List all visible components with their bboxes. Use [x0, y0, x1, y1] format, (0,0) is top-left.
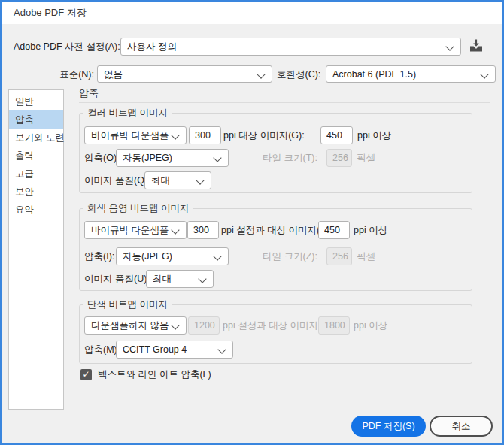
mono-compression-dropdown[interactable]: CCITT Group 4	[116, 341, 233, 359]
chevron-down-icon	[213, 252, 221, 260]
gray-tile-input	[326, 247, 352, 265]
gray-above-label: ppi 이상	[354, 221, 387, 239]
save-preset-button[interactable]	[467, 39, 485, 56]
mono-sampling-ppi-input	[188, 316, 220, 335]
chevron-down-icon	[257, 70, 265, 78]
gray-quality-value: 최대	[153, 271, 196, 287]
color-target-ppi-input[interactable]	[320, 126, 353, 144]
chevron-down-icon	[445, 42, 454, 50]
preset-value: 사용자 정의	[127, 38, 444, 55]
gray-quality-label: 이미지 품질(U):	[84, 270, 150, 288]
color-tile-unit: 픽셀	[357, 149, 375, 167]
panel-title: 압축	[79, 86, 99, 100]
chevron-down-icon	[171, 131, 179, 139]
gray-sampling-dropdown[interactable]: 바이큐빅 다운샘플링	[84, 221, 187, 239]
color-sampling-dropdown[interactable]: 바이큐빅 다운샘플링	[84, 126, 187, 144]
text-lineart-compression-row: ✓ 텍스트와 라인 아트 압축(L)	[80, 368, 211, 380]
sidebar-item-compression[interactable]: 압축	[9, 110, 63, 129]
color-above-label: ppi 이상	[357, 126, 391, 144]
color-quality-label: 이미지 품질(Q):	[84, 171, 150, 189]
dialog-title: Adobe PDF 저장	[14, 2, 87, 24]
settings-category-list: 일반 압축 보기와 도련 출력 고급 보안 요약	[8, 89, 64, 410]
gray-target-label: ppi 설정과 대상 이미지(E)	[221, 221, 329, 239]
chevron-down-icon	[213, 153, 221, 162]
chevron-down-icon	[217, 345, 226, 353]
sidebar-item-general[interactable]: 일반	[9, 92, 63, 110]
mono-target-label: ppi 설정과 대상 이미지(B)	[223, 316, 331, 335]
save-preset-download-icon	[469, 39, 484, 56]
chevron-down-icon	[480, 70, 488, 78]
color-compression-label: 압축(O):	[84, 149, 120, 167]
gray-bitmap-legend: 회색 음영 비트맵 이미지	[83, 202, 193, 215]
color-bitmap-group: 컬러 비트맵 이미지 바이큐빅 다운샘플링 ppi 대상 이미지(G): ppi…	[79, 113, 472, 193]
mono-sampling-value: 다운샘플하지 않음	[91, 317, 169, 334]
gray-bitmap-group: 회색 음영 비트맵 이미지 바이큐빅 다운샘플링 ppi 설정과 대상 이미지(…	[79, 208, 472, 291]
preset-dropdown[interactable]: 사용자 정의	[120, 38, 461, 56]
sidebar-item-output[interactable]: 출력	[9, 147, 63, 165]
gray-compression-value: 자동(JPEG)	[123, 248, 211, 265]
adobe-pdf-save-dialog: Adobe PDF 저장 Adobe PDF 사전 설정(A): 사용자 정의 …	[0, 0, 504, 445]
chevron-down-icon	[171, 226, 179, 234]
mono-compression-value: CCITT Group 4	[123, 341, 216, 358]
sidebar-item-advanced[interactable]: 고급	[9, 165, 63, 183]
gray-tile-label: 타일 크기(Z):	[263, 247, 317, 265]
color-compression-dropdown[interactable]: 자동(JPEG)	[116, 149, 229, 167]
save-pdf-button[interactable]: PDF 저장(S)	[351, 416, 426, 437]
gray-quality-dropdown[interactable]: 최대	[146, 270, 214, 288]
mono-target-ppi-input	[318, 316, 350, 335]
color-compression-value: 자동(JPEG)	[123, 150, 211, 166]
gray-tile-unit: 픽셀	[357, 247, 375, 265]
title-bar: Adobe PDF 저장	[2, 2, 502, 24]
mono-sampling-dropdown[interactable]: 다운샘플하지 않음	[84, 316, 187, 335]
color-quality-dropdown[interactable]: 최대	[144, 171, 211, 189]
text-lineart-checkbox[interactable]: ✓	[80, 369, 92, 380]
gray-compression-dropdown[interactable]: 자동(JPEG)	[116, 247, 229, 265]
mono-compression-label: 압축(M):	[84, 341, 120, 359]
gray-target-ppi-input[interactable]	[318, 221, 350, 239]
text-lineart-label: 텍스트와 라인 아트 압축(L)	[98, 368, 211, 381]
color-tile-input	[326, 149, 352, 167]
chevron-down-icon	[171, 321, 179, 329]
color-sampling-value: 바이큐빅 다운샘플링	[91, 127, 169, 144]
standard-value: 없음	[104, 66, 255, 83]
standard-dropdown[interactable]: 없음	[97, 65, 272, 83]
chevron-down-icon	[198, 274, 206, 283]
preset-label: Adobe PDF 사전 설정(A):	[14, 38, 120, 56]
color-bitmap-legend: 컬러 비트맵 이미지	[83, 107, 172, 120]
compatibility-value: Acrobat 6 (PDF 1.5)	[332, 66, 478, 83]
mono-bitmap-group: 단색 비트맵 이미지 다운샘플하지 않음 ppi 설정과 대상 이미지(B) p…	[79, 304, 472, 364]
compatibility-label: 호환성(C):	[277, 65, 320, 83]
standard-label: 표준(N):	[45, 65, 94, 83]
compatibility-dropdown[interactable]: Acrobat 6 (PDF 1.5)	[326, 65, 496, 83]
sidebar-item-marks-bleeds[interactable]: 보기와 도련	[9, 129, 63, 147]
sidebar-item-security[interactable]: 보안	[9, 183, 63, 201]
panel-title-divider	[79, 102, 490, 103]
gray-compression-label: 압축(I):	[84, 247, 114, 265]
cancel-button[interactable]: 취소	[430, 416, 493, 437]
gray-sampling-value: 바이큐빅 다운샘플링	[91, 222, 169, 238]
gray-sampling-ppi-input[interactable]	[187, 221, 219, 239]
color-sampling-ppi-input[interactable]	[189, 126, 221, 144]
chevron-down-icon	[196, 176, 204, 184]
color-target-label: ppi 대상 이미지(G):	[223, 126, 305, 144]
mono-bitmap-legend: 단색 비트맵 이미지	[83, 298, 172, 311]
mono-above-label: ppi 이상	[354, 316, 387, 335]
color-tile-label: 타일 크기(T):	[263, 149, 317, 167]
color-quality-value: 최대	[151, 172, 194, 189]
sidebar-item-summary[interactable]: 요약	[9, 201, 63, 219]
